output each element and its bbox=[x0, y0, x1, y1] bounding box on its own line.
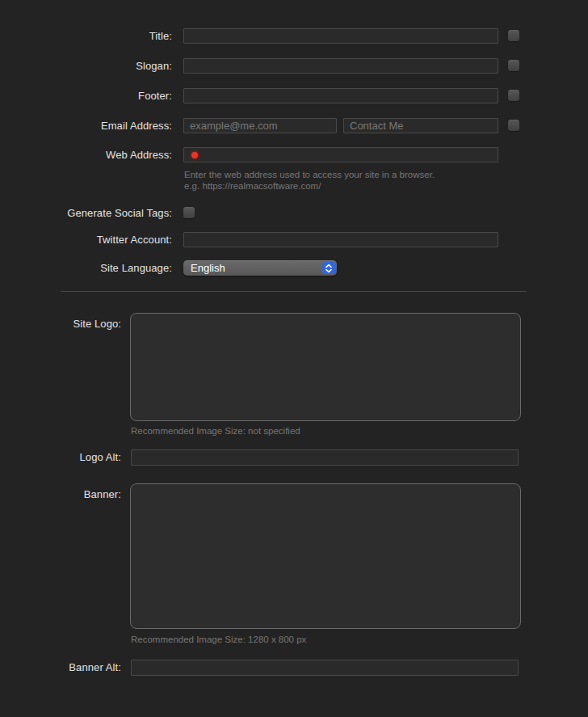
email-link-text-input[interactable] bbox=[343, 118, 498, 133]
email-checkbox[interactable] bbox=[508, 120, 519, 131]
web-address-field-wrap bbox=[183, 147, 498, 162]
site-logo-image-well[interactable] bbox=[130, 313, 521, 421]
generate-social-tags-checkbox[interactable] bbox=[183, 207, 195, 218]
logo-alt-input[interactable] bbox=[131, 449, 519, 466]
web-address-label: Web Address: bbox=[0, 147, 172, 162]
site-logo-label: Site Logo: bbox=[0, 316, 121, 331]
twitter-account-input[interactable] bbox=[183, 232, 498, 247]
logo-alt-label: Logo Alt: bbox=[0, 449, 121, 465]
site-language-label: Site Language: bbox=[0, 260, 172, 276]
slogan-label: Slogan: bbox=[0, 58, 172, 74]
slogan-checkbox[interactable] bbox=[508, 60, 519, 71]
web-address-input[interactable] bbox=[183, 147, 498, 162]
site-logo-recommended-note: Recommended Image Size: not specified bbox=[131, 425, 300, 437]
site-settings-pane: Title: Slogan: Footer: Email Address: We… bbox=[0, 0, 588, 717]
generate-social-tags-label: Generate Social Tags: bbox=[0, 205, 172, 221]
web-address-helper-line2: e.g. https://realmacsoftware.com/ bbox=[184, 180, 321, 192]
section-divider bbox=[61, 291, 527, 292]
footer-checkbox[interactable] bbox=[508, 90, 519, 101]
banner-image-well[interactable] bbox=[130, 483, 521, 629]
site-language-selected-value: English bbox=[183, 260, 337, 276]
footer-input[interactable] bbox=[183, 88, 498, 103]
banner-recommended-note: Recommended Image Size: 1280 x 800 px bbox=[131, 634, 306, 645]
title-label: Title: bbox=[0, 28, 172, 44]
email-address-label: Email Address: bbox=[0, 118, 172, 133]
banner-label: Banner: bbox=[0, 487, 121, 502]
chevron-up-down-icon bbox=[322, 262, 335, 274]
web-address-helper-line1: Enter the web address used to access you… bbox=[184, 169, 435, 180]
title-checkbox[interactable] bbox=[508, 30, 519, 41]
slogan-input[interactable] bbox=[183, 58, 498, 74]
title-input[interactable] bbox=[183, 28, 498, 44]
red-dot-icon bbox=[191, 152, 198, 158]
site-language-popup[interactable]: English bbox=[183, 260, 337, 276]
banner-alt-label: Banner Alt: bbox=[0, 660, 121, 675]
banner-alt-input[interactable] bbox=[131, 660, 519, 676]
email-address-input[interactable] bbox=[183, 118, 337, 133]
twitter-account-label: Twitter Account: bbox=[0, 232, 172, 247]
footer-label: Footer: bbox=[0, 88, 172, 103]
